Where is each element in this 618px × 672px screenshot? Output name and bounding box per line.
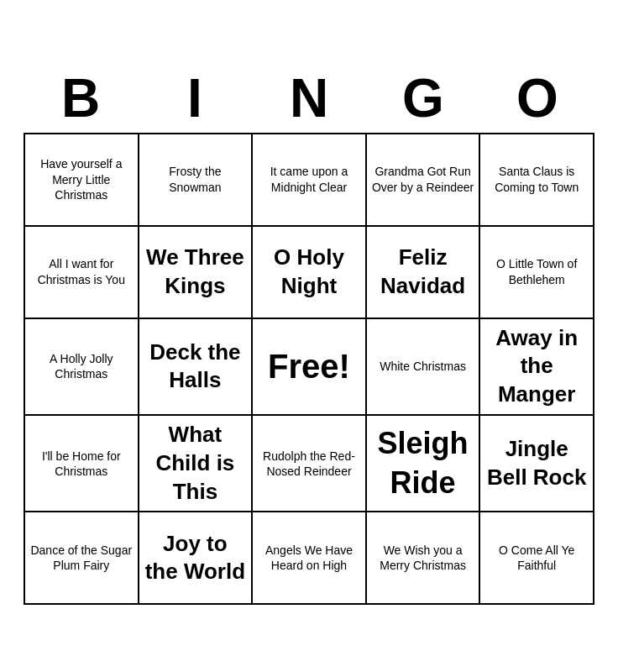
cell-text-21: Joy to the World: [144, 530, 247, 587]
bingo-cell-19[interactable]: Jingle Bell Rock: [480, 416, 594, 512]
bingo-cell-5[interactable]: All I want for Christmas is You: [25, 227, 139, 319]
cell-text-23: We Wish you a Merry Christmas: [372, 543, 474, 573]
cell-text-12: Free!: [268, 344, 350, 388]
bingo-cell-24[interactable]: O Come All Ye Faithful: [480, 512, 594, 605]
bingo-card: BINGO Have yourself a Merry Little Chris…: [15, 59, 603, 614]
bingo-cell-18[interactable]: Sleigh Ride: [367, 416, 481, 512]
bingo-cell-10[interactable]: A Holly Jolly Christmas: [25, 319, 139, 416]
bingo-cell-12[interactable]: Free!: [253, 319, 367, 416]
bingo-cell-13[interactable]: White Christmas: [367, 319, 481, 416]
cell-text-9: O Little Town of Bethlehem: [485, 256, 588, 286]
bingo-cell-15[interactable]: I'll be Home for Christmas: [25, 416, 139, 512]
header-letter-I: I: [140, 67, 249, 129]
bingo-cell-17[interactable]: Rudolph the Red-Nosed Reindeer: [253, 416, 367, 512]
bingo-cell-6[interactable]: We Three Kings: [139, 227, 254, 319]
cell-text-3: Grandma Got Run Over by a Reindeer: [372, 164, 474, 194]
cell-text-19: Jingle Bell Rock: [485, 435, 588, 492]
bingo-cell-14[interactable]: Away in the Manger: [480, 319, 594, 416]
bingo-grid: Have yourself a Merry Little ChristmasFr…: [24, 133, 594, 606]
cell-text-2: It came upon a Midnight Clear: [258, 164, 360, 194]
bingo-cell-7[interactable]: O Holy Night: [253, 227, 367, 319]
header-letter-G: G: [369, 67, 478, 129]
header-letter-N: N: [254, 67, 364, 129]
cell-text-8: Feliz Navidad: [372, 244, 474, 301]
bingo-cell-1[interactable]: Frosty the Snowman: [139, 134, 254, 227]
cell-text-14: Away in the Manger: [485, 324, 588, 409]
cell-text-1: Frosty the Snowman: [144, 164, 247, 194]
bingo-cell-8[interactable]: Feliz Navidad: [367, 227, 481, 319]
cell-text-13: White Christmas: [380, 359, 466, 374]
bingo-cell-16[interactable]: What Child is This: [139, 416, 254, 512]
cell-text-0: Have yourself a Merry Little Christmas: [30, 156, 133, 202]
header-letter-B: B: [26, 67, 135, 129]
cell-text-4: Santa Claus is Coming to Town: [485, 164, 588, 194]
cell-text-6: We Three Kings: [144, 244, 247, 301]
bingo-cell-0[interactable]: Have yourself a Merry Little Christmas: [25, 134, 139, 227]
cell-text-15: I'll be Home for Christmas: [30, 449, 133, 479]
header-letter-O: O: [483, 67, 592, 129]
bingo-cell-4[interactable]: Santa Claus is Coming to Town: [480, 134, 594, 227]
cell-text-20: Dance of the Sugar Plum Fairy: [30, 543, 133, 573]
bingo-cell-22[interactable]: Angels We Have Heard on High: [253, 512, 367, 605]
cell-text-18: Sleigh Ride: [372, 424, 474, 503]
cell-text-7: O Holy Night: [258, 244, 360, 301]
cell-text-10: A Holly Jolly Christmas: [30, 351, 133, 381]
cell-text-22: Angels We Have Heard on High: [258, 543, 360, 573]
bingo-cell-23[interactable]: We Wish you a Merry Christmas: [367, 512, 481, 605]
cell-text-11: Deck the Halls: [144, 339, 247, 396]
bingo-cell-2[interactable]: It came upon a Midnight Clear: [253, 134, 367, 227]
bingo-cell-9[interactable]: O Little Town of Bethlehem: [480, 227, 594, 319]
bingo-header: BINGO: [24, 67, 594, 129]
cell-text-16: What Child is This: [144, 421, 247, 506]
cell-text-24: O Come All Ye Faithful: [485, 543, 588, 573]
cell-text-5: All I want for Christmas is You: [30, 256, 133, 286]
cell-text-17: Rudolph the Red-Nosed Reindeer: [258, 449, 360, 479]
bingo-cell-20[interactable]: Dance of the Sugar Plum Fairy: [25, 512, 139, 605]
bingo-cell-11[interactable]: Deck the Halls: [139, 319, 254, 416]
bingo-cell-3[interactable]: Grandma Got Run Over by a Reindeer: [367, 134, 481, 227]
bingo-cell-21[interactable]: Joy to the World: [139, 512, 254, 605]
